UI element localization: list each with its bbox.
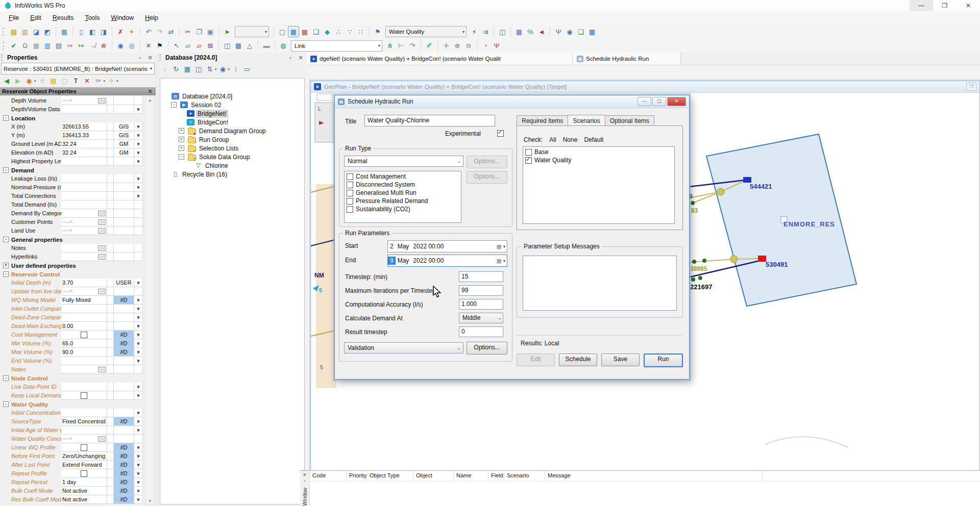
split-pipe-icon[interactable]: ⊢ (396, 41, 406, 51)
flag-dropdown-icon[interactable]: ▾ (134, 383, 143, 391)
start-year-time[interactable]: 2022 00:00 (411, 242, 446, 250)
tab-optional-items[interactable]: Optional Items (605, 115, 654, 125)
import-data-icon[interactable]: ◪ (31, 27, 41, 37)
flag-cell[interactable]: #D (114, 339, 134, 348)
scenario-combo[interactable]: Water Quality▾ (385, 26, 467, 37)
output-column-field[interactable]: Field (488, 471, 504, 481)
flag-dropdown-icon[interactable]: ▾ (134, 409, 143, 417)
flag-dropdown-icon[interactable]: ▾ (134, 331, 143, 339)
end-day-selected[interactable]: 9 (388, 257, 396, 265)
property-value[interactable] (61, 313, 107, 322)
flag-cell[interactable] (114, 192, 134, 200)
end-year-time[interactable]: 2022 00:00 (411, 257, 446, 265)
expand-icon[interactable]: + (3, 263, 9, 268)
start-date-field[interactable]: 2 May 2022 00:00 ▦▾ (387, 240, 507, 252)
vertex-edit-icon[interactable]: △ (244, 41, 255, 51)
flag-data-icon[interactable]: ⚑ (373, 27, 383, 37)
output-column-message[interactable]: Message (545, 471, 763, 481)
menu-results[interactable]: Results (47, 12, 80, 23)
flag-cell[interactable] (114, 174, 134, 183)
results-table-icon[interactable]: ▦ (587, 27, 597, 37)
runtype-option-sustainability-co2[interactable]: Sustainability (CO2) (346, 205, 460, 213)
flag-dropdown-icon[interactable]: ▾ (134, 140, 143, 148)
checkbox-checked[interactable] (525, 157, 532, 164)
up-level-icon[interactable]: ↑ (160, 64, 170, 74)
collapse-icon[interactable]: - (3, 115, 9, 121)
property-value[interactable] (61, 174, 107, 183)
tree-item-session-02[interactable]: -▶Session 02 (160, 100, 304, 109)
new-report-icon[interactable]: ▯ (76, 27, 86, 37)
collapse-icon[interactable]: - (171, 102, 177, 108)
drag-grip-icon[interactable] (1, 54, 4, 61)
flag-dropdown-icon[interactable]: ▾ (134, 461, 143, 469)
property-value[interactable] (61, 469, 107, 478)
pointer-select-icon[interactable]: ↖ (172, 41, 182, 51)
property-value[interactable] (61, 192, 107, 200)
scroll-down-icon[interactable]: ▼ (148, 499, 152, 503)
sort-az-dropdown-icon[interactable]: ▾ (215, 67, 217, 71)
flag-cell[interactable]: #D (114, 478, 134, 487)
flow-paths-icon[interactable]: Ψ (492, 41, 502, 51)
delete-object-icon[interactable]: ✕ (82, 76, 92, 86)
scroll-up-icon[interactable]: ▲ (148, 98, 152, 103)
flag-cell[interactable]: #D (114, 461, 134, 469)
default-link[interactable]: Default (584, 136, 603, 143)
select-tool-icon[interactable]: ➤ (222, 27, 232, 37)
flag-dropdown-icon[interactable]: ▾ (134, 279, 143, 287)
nav-forward-icon[interactable]: ▶ (13, 76, 23, 86)
find-icon[interactable]: ◉ (218, 64, 228, 74)
open-transportable-database-icon[interactable]: ▥ (20, 27, 30, 37)
pick-object-icon[interactable]: ☝ (37, 76, 47, 86)
zoom-out-icon[interactable]: ⊖ (463, 41, 474, 51)
statistics-icon[interactable]: % (525, 27, 535, 37)
close-panel-icon[interactable]: ✕ (146, 55, 154, 61)
start-day[interactable]: 2 (388, 242, 396, 250)
menu-window[interactable]: Window (106, 12, 139, 23)
flag-cell[interactable] (114, 365, 134, 374)
property-value[interactable]: … (61, 365, 107, 374)
flag-cell[interactable] (114, 157, 134, 166)
property-value[interactable]: 1 day (61, 478, 107, 487)
flag-cell[interactable]: GM (114, 148, 134, 157)
float-panel-icon[interactable]: ▫ (287, 55, 294, 61)
zoom-in-icon[interactable]: ⊕ (452, 41, 462, 51)
runtype-option-pressure-related-demand[interactable]: Pressure Related Demand (346, 197, 460, 205)
scenario-water-quality[interactable]: Water Quality (524, 156, 673, 164)
flag-dropdown-icon[interactable]: ▾ (134, 495, 143, 504)
trace-paths-icon[interactable]: Ψ (553, 27, 564, 37)
validate-network-icon[interactable]: ✗ (115, 27, 126, 37)
polygon-deselect-icon[interactable]: ▱ (194, 41, 204, 51)
float-panel-icon[interactable]: ▫ (136, 55, 143, 61)
find-results-icon[interactable]: ◉ (565, 27, 575, 37)
property-value[interactable]: … (61, 252, 107, 261)
info-query-icon[interactable]: ◔ (480, 41, 491, 51)
end-month[interactable]: May (396, 257, 411, 265)
property-value[interactable]: ---->… (61, 226, 107, 235)
polygon-select-icon[interactable]: ▱ (183, 41, 193, 51)
open-master-database-icon[interactable]: ▤ (9, 27, 19, 37)
object-report-icon[interactable]: ▤ (48, 76, 59, 86)
param-input-result-timestep[interactable]: 0 (459, 326, 503, 337)
flag-cell[interactable]: #D (114, 296, 134, 305)
flags-key-dropdown-icon[interactable]: ▾ (116, 79, 118, 83)
flag-dropdown-icon[interactable]: ▾ (134, 192, 143, 200)
schedule-button[interactable]: Schedule (559, 353, 597, 366)
flag-cell[interactable]: GM (114, 140, 134, 148)
flag-cell[interactable]: #D (114, 417, 134, 426)
schedule-run-icon[interactable]: ⇉ (480, 27, 491, 37)
dialog-minimize-icon[interactable]: — (638, 97, 651, 106)
flag-cell[interactable] (114, 322, 134, 331)
join-link-icon[interactable]: ↦ (76, 41, 86, 51)
property-value[interactable] (61, 357, 107, 365)
property-value[interactable] (61, 331, 107, 339)
ellipsis-button[interactable]: … (98, 254, 106, 260)
preview-pane-icon[interactable]: ▭ (242, 64, 252, 74)
refresh-icon[interactable]: ↻ (171, 64, 181, 74)
close-panel-icon[interactable]: ✕ (297, 55, 304, 61)
expand-icon[interactable]: + (179, 128, 184, 134)
print-icon[interactable]: ▦ (59, 27, 69, 37)
flag-dropdown-icon[interactable]: ▾ (134, 426, 143, 435)
none-link[interactable]: None (563, 136, 578, 143)
flags-key-icon[interactable]: ✧ (106, 76, 116, 86)
property-value[interactable]: ---->… (61, 96, 107, 105)
